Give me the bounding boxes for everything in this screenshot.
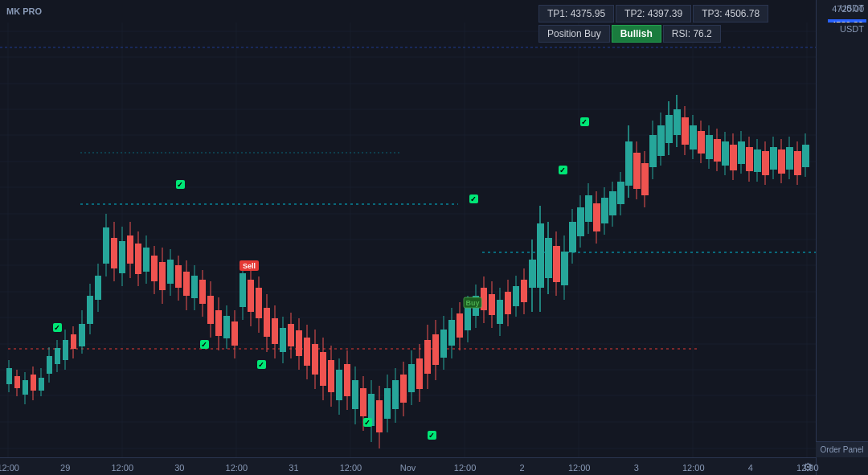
svg-rect-191 xyxy=(440,330,447,358)
svg-rect-305 xyxy=(746,147,753,171)
svg-rect-41 xyxy=(39,378,44,391)
svg-rect-125 xyxy=(264,308,270,337)
svg-rect-86 xyxy=(159,262,166,290)
svg-rect-134 xyxy=(288,324,294,346)
svg-rect-302 xyxy=(738,141,745,164)
svg-rect-50 xyxy=(63,340,68,360)
svg-rect-308 xyxy=(754,149,761,172)
svg-rect-92 xyxy=(175,265,182,288)
tp3-cell: TP3: 4506.78 xyxy=(693,5,768,23)
svg-rect-317 xyxy=(778,149,785,174)
time-label: Nov xyxy=(400,463,416,473)
svg-rect-215 xyxy=(505,292,511,314)
svg-rect-233 xyxy=(553,246,560,282)
svg-rect-143 xyxy=(312,344,318,375)
svg-rect-212 xyxy=(497,300,503,324)
time-label: 12:00 xyxy=(340,463,362,473)
price-axis: USDT xyxy=(816,23,868,457)
time-label: 12:00 xyxy=(111,463,133,473)
svg-rect-209 xyxy=(489,294,495,315)
svg-rect-242 xyxy=(577,207,584,236)
svg-rect-173 xyxy=(392,380,399,409)
svg-rect-272 xyxy=(657,125,665,156)
svg-rect-56 xyxy=(79,324,85,346)
time-label: 12:00 xyxy=(226,463,248,473)
svg-rect-239 xyxy=(569,222,576,252)
svg-rect-236 xyxy=(561,252,568,285)
svg-text:Buy: Buy xyxy=(465,299,479,307)
time-label: 12:00 xyxy=(0,463,19,473)
svg-rect-44 xyxy=(47,356,52,374)
svg-rect-254 xyxy=(609,191,616,215)
svg-rect-224 xyxy=(529,260,536,288)
svg-rect-185 xyxy=(424,340,431,374)
time-label: 29 xyxy=(60,463,70,473)
time-label: 31 xyxy=(289,463,298,473)
svg-rect-59 xyxy=(87,296,93,324)
time-label: 30 xyxy=(174,463,184,473)
svg-rect-161 xyxy=(360,388,366,416)
svg-text:Sell: Sell xyxy=(243,262,256,270)
svg-rect-284 xyxy=(690,125,697,149)
svg-rect-263 xyxy=(633,153,641,189)
svg-rect-227 xyxy=(537,223,544,288)
svg-rect-275 xyxy=(665,115,673,143)
svg-rect-257 xyxy=(617,182,624,204)
svg-rect-146 xyxy=(320,352,326,386)
svg-rect-47 xyxy=(55,348,60,364)
svg-rect-170 xyxy=(384,388,391,419)
svg-rect-119 xyxy=(248,280,254,312)
svg-rect-32 xyxy=(14,376,20,388)
svg-rect-221 xyxy=(521,280,527,302)
svg-rect-152 xyxy=(336,370,342,400)
svg-text:✓: ✓ xyxy=(364,419,371,427)
svg-rect-296 xyxy=(722,141,729,166)
svg-rect-149 xyxy=(328,360,334,392)
svg-rect-182 xyxy=(416,358,423,389)
svg-text:✓: ✓ xyxy=(428,432,435,440)
svg-text:✓: ✓ xyxy=(201,341,207,349)
svg-text:✓: ✓ xyxy=(559,166,566,174)
chart-area: Sell Buy ✓ ✓ ✓ ✓ ✓ ✓ ✓ ✓ ✓ xyxy=(0,23,816,457)
svg-rect-245 xyxy=(585,195,592,222)
svg-rect-248 xyxy=(593,203,600,231)
svg-text:✓: ✓ xyxy=(177,181,183,189)
settings-icon[interactable]: ⚙ xyxy=(803,461,813,473)
svg-rect-71 xyxy=(119,241,125,273)
svg-rect-194 xyxy=(448,320,455,346)
svg-rect-311 xyxy=(762,151,769,175)
svg-rect-83 xyxy=(151,256,158,281)
svg-rect-323 xyxy=(794,151,801,175)
usdt-label: USDT xyxy=(817,23,868,35)
tp1-cell: TP1: 4375.95 xyxy=(538,5,614,23)
svg-rect-314 xyxy=(770,147,777,170)
svg-rect-299 xyxy=(730,145,737,170)
time-label: 12:00 xyxy=(568,463,591,473)
svg-rect-218 xyxy=(513,286,519,306)
svg-rect-266 xyxy=(641,163,649,195)
svg-rect-131 xyxy=(280,328,286,352)
order-panel-button[interactable]: Order Panel xyxy=(816,441,868,457)
time-label: 12:00 xyxy=(454,463,477,473)
svg-rect-65 xyxy=(103,227,109,264)
svg-rect-251 xyxy=(601,198,608,223)
svg-rect-53 xyxy=(71,334,76,349)
svg-rect-197 xyxy=(457,313,463,338)
svg-rect-230 xyxy=(545,238,552,278)
svg-rect-116 xyxy=(240,273,246,307)
svg-rect-122 xyxy=(256,288,262,318)
svg-rect-128 xyxy=(272,318,278,344)
svg-rect-167 xyxy=(376,400,383,432)
time-axis: 12:002912:003012:003112:00Nov12:00212:00… xyxy=(0,457,816,475)
svg-rect-179 xyxy=(408,364,415,392)
svg-rect-95 xyxy=(183,272,190,296)
svg-rect-29 xyxy=(6,368,12,384)
svg-rect-77 xyxy=(135,244,141,274)
svg-rect-107 xyxy=(215,310,222,336)
svg-rect-68 xyxy=(111,238,117,268)
svg-rect-320 xyxy=(786,147,793,170)
svg-rect-158 xyxy=(352,380,358,409)
svg-rect-101 xyxy=(199,280,206,304)
app-title: MK PRO xyxy=(6,6,42,16)
svg-rect-155 xyxy=(344,364,350,396)
